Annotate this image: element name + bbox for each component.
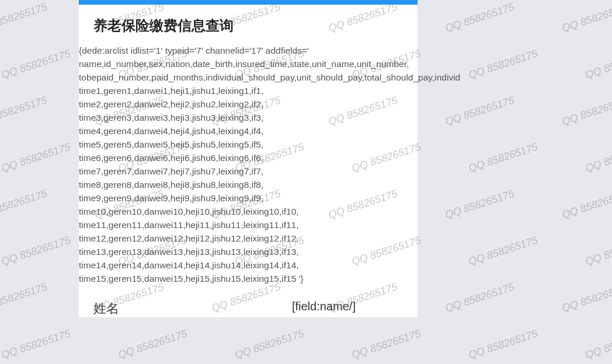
watermark-text: QQ 858265175: [0, 1, 48, 34]
watermark-text: QQ 858265175: [0, 234, 72, 268]
watermark-text: QQ 858265175: [350, 327, 423, 361]
watermark-text: QQ 858265175: [561, 1, 612, 34]
watermark-text: QQ 858265175: [444, 1, 516, 34]
content-panel: 养老保险缴费信息查询 {dede:arclist idlist='1' type…: [79, 0, 418, 317]
watermark-text: QQ 858265175: [234, 327, 306, 361]
watermark-text: QQ 858265175: [584, 327, 612, 361]
watermark-text: QQ 858265175: [467, 327, 540, 361]
watermark-text: QQ 858265175: [0, 94, 48, 128]
field-value-name: [field:name/]: [292, 300, 356, 317]
field-label-name: 姓名: [93, 300, 292, 317]
template-code-block: {dede:arclist idlist='1' typeid='7' chan…: [79, 44, 612, 291]
watermark-text: QQ 858265175: [0, 187, 48, 221]
watermark-text: QQ 858265175: [0, 141, 72, 174]
data-table: 姓名 [field:name/]: [79, 291, 418, 317]
table-row: 姓名 [field:name/]: [93, 300, 403, 317]
watermark-text: QQ 858265175: [0, 281, 48, 314]
watermark-text: QQ 858265175: [117, 327, 189, 361]
watermark-text: QQ 858265175: [0, 47, 72, 81]
top-accent-bar: [79, 0, 418, 5]
watermark-text: QQ 858265175: [0, 327, 72, 361]
page-title: 养老保险缴费信息查询: [79, 5, 418, 44]
